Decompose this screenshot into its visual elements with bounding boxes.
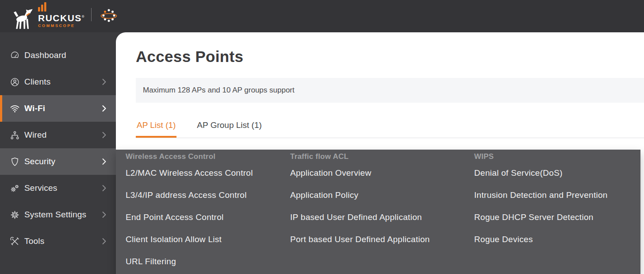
sidebar-item-label: Security [24, 157, 55, 166]
tools-icon [10, 236, 20, 247]
unleashed-logo-icon [99, 6, 119, 25]
clients-person-icon [10, 77, 20, 87]
sidebar-item-label: Clients [24, 77, 50, 87]
flyout-item-port-based-user-defined-application[interactable]: Port based User Defined Application [290, 228, 474, 251]
chevron-right-icon [102, 212, 106, 218]
flyout-item-rogue-dhcp-server-detection[interactable]: Rogue DHCP Server Detection [474, 206, 608, 228]
flyout-item-client-isolation-allow-list[interactable]: Client Isolation Allow List [126, 228, 290, 251]
chevron-right-icon [102, 158, 106, 165]
chevron-right-icon [102, 132, 106, 139]
chevron-right-icon [102, 185, 106, 192]
sidebar-item-clients[interactable]: Clients [0, 69, 116, 95]
sidebar-item-services[interactable]: Services [0, 175, 116, 201]
flyout-item-application-policy[interactable]: Application Policy [290, 184, 474, 206]
tab-ap-group-list[interactable]: AP Group List (1) [196, 120, 262, 138]
sidebar-item-label: Tools [24, 236, 44, 246]
wired-network-icon [10, 130, 20, 140]
flyout-item-intrusion-detection-and-prevention[interactable]: Intrusion Detection and Prevention [474, 184, 608, 206]
sidebar-item-tools[interactable]: Tools [0, 228, 116, 255]
notice-bar: Maximum 128 APs and 10 AP groups support [136, 78, 644, 103]
ruckus-logo: RUCKUS® COMMSCOPE [12, 2, 85, 31]
sidebar-item-label: Wired [24, 130, 47, 140]
flyout-item-l2-mac-wireless-access-control[interactable]: L2/MAC Wireless Access Control [126, 162, 290, 184]
topbar: RUCKUS® COMMSCOPE [0, 0, 644, 32]
settings-gear-icon [10, 210, 20, 220]
flyout-column-wips: WIPS Denial of Service(DoS) Intrusion De… [474, 152, 608, 274]
notice-text: Maximum 128 APs and 10 AP groups support [143, 86, 295, 95]
wifi-icon [10, 104, 20, 114]
signal-bars-icon [38, 2, 48, 12]
flyout-column-wireless-access-control: Wireless Access Control L2/MAC Wireless … [126, 152, 290, 274]
flyout-item-ip-based-user-defined-application[interactable]: IP based User Defined Application [290, 206, 474, 228]
flyout-item-denial-of-service-dos[interactable]: Denial of Service(DoS) [474, 162, 608, 184]
topbar-divider [91, 8, 92, 21]
page-title: Access Points [136, 32, 644, 66]
sidebar-nav: Dashboard Clients [0, 32, 116, 255]
registered-mark: ® [82, 15, 85, 19]
chevron-right-icon [102, 105, 106, 112]
sidebar-item-wired[interactable]: Wired [0, 122, 116, 148]
flyout-item-l3-4-ip-address-access-control[interactable]: L3/4/IP address Access Control [126, 184, 290, 206]
sidebar-item-label: System Settings [24, 210, 86, 220]
chevron-right-icon [102, 238, 106, 245]
chevron-right-icon [102, 79, 106, 85]
sidebar-item-label: Services [24, 183, 57, 193]
tab-ap-list[interactable]: AP List (1) [136, 120, 176, 138]
ruckus-dog-icon [12, 8, 36, 31]
flyout-column-traffic-flow-acl: Traffic flow ACL Application Overview Ap… [290, 152, 474, 274]
security-flyout-menu: Wireless Access Control L2/MAC Wireless … [116, 150, 640, 274]
sidebar-item-label: Dashboard [24, 50, 66, 60]
flyout-item-application-overview[interactable]: Application Overview [290, 162, 474, 184]
sidebar-item-dashboard[interactable]: Dashboard [0, 42, 116, 69]
flyout-item-url-filtering[interactable]: URL Filtering [126, 251, 290, 273]
sidebar-item-system-settings[interactable]: System Settings [0, 201, 116, 228]
brand-name: RUCKUS® [38, 12, 85, 23]
sidebar-item-wifi[interactable]: Wi-Fi [0, 95, 116, 122]
tab-bar: AP List (1) AP Group List (1) [136, 120, 644, 138]
flyout-column-header: WIPS [474, 152, 608, 161]
dashboard-gauge-icon [10, 50, 20, 61]
flyout-item-rogue-devices[interactable]: Rogue Devices [474, 228, 608, 251]
sidebar-item-label: Wi-Fi [24, 104, 45, 113]
flyout-column-header: Traffic flow ACL [290, 152, 474, 161]
security-shield-icon [10, 157, 20, 167]
brand-text: RUCKUS® COMMSCOPE [38, 2, 85, 31]
sidebar: Dashboard Clients [0, 32, 116, 274]
flyout-item-end-point-access-control[interactable]: End Point Access Control [126, 206, 290, 228]
sidebar-item-security[interactable]: Security [0, 148, 116, 175]
brand-subtitle: COMMSCOPE [38, 23, 85, 28]
services-gears-icon [10, 183, 20, 193]
flyout-column-header: Wireless Access Control [126, 152, 290, 161]
